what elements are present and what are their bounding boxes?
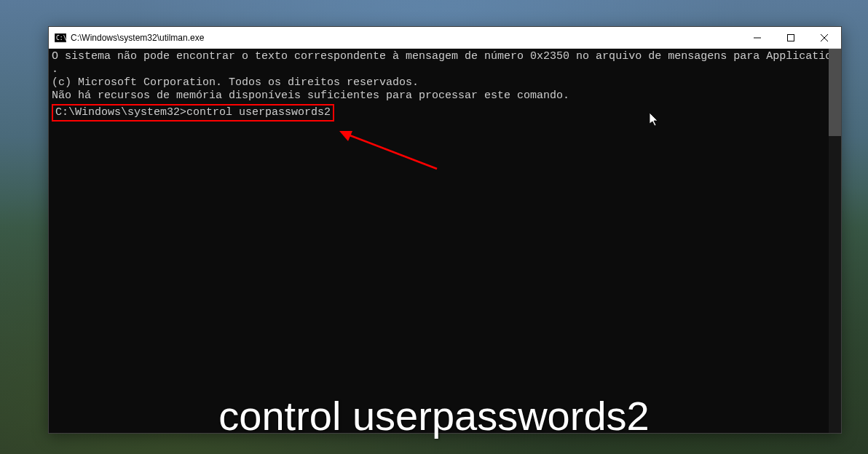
highlighted-command: C:\Windows\system32>control userpassword… bbox=[52, 104, 334, 122]
window-titlebar[interactable]: C:\ C:\Windows\system32\utilman.exe bbox=[49, 27, 841, 49]
console-line: (c) Microsoft Corporation. Todos os dire… bbox=[52, 76, 838, 89]
console-line: Não há recursos de memória disponíveis s… bbox=[52, 89, 838, 103]
window-controls bbox=[741, 27, 841, 48]
svg-text:C:\: C:\ bbox=[56, 35, 66, 41]
cmd-icon: C:\ bbox=[55, 32, 66, 44]
maximize-button[interactable] bbox=[774, 27, 808, 48]
window-title: C:\Windows\system32\utilman.exe bbox=[71, 33, 741, 43]
console-line: O sistema não pode encontrar o texto cor… bbox=[52, 50, 838, 63]
svg-rect-3 bbox=[788, 34, 794, 41]
console-output[interactable]: O sistema não pode encontrar o texto cor… bbox=[49, 49, 841, 433]
minimize-button[interactable] bbox=[741, 27, 774, 48]
caption-text: control userpasswords2 bbox=[218, 392, 649, 439]
command-prompt-window: C:\ C:\Windows\system32\utilman.exe O si… bbox=[48, 26, 842, 434]
typed-command: control userpasswords2 bbox=[186, 106, 331, 119]
vertical-scrollbar[interactable] bbox=[829, 49, 841, 433]
scrollbar-thumb[interactable] bbox=[829, 49, 841, 136]
close-button[interactable] bbox=[808, 27, 841, 48]
prompt-path: C:\Windows\system32> bbox=[55, 106, 186, 119]
console-line: . bbox=[52, 63, 838, 76]
